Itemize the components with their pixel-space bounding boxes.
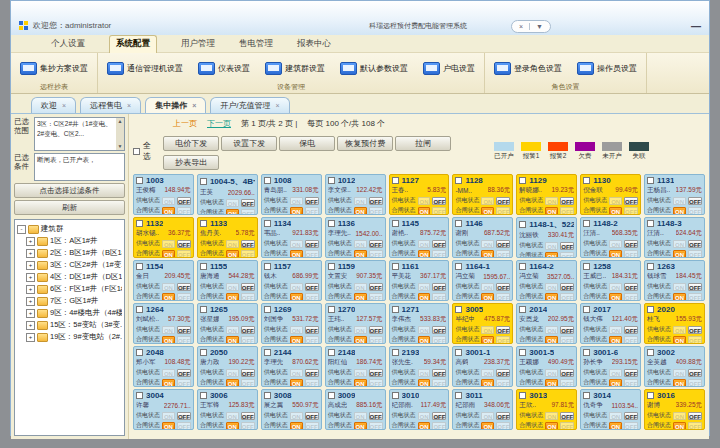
scroll-down-icon[interactable]: ▼ <box>118 143 123 151</box>
expand-icon[interactable]: + <box>26 309 35 318</box>
supply-off-button[interactable]: OFF <box>560 197 574 205</box>
switch-on-button[interactable]: ON <box>673 250 686 258</box>
switch-on-button[interactable]: ON <box>162 379 175 387</box>
room-checkbox[interactable] <box>392 349 399 356</box>
close-icon[interactable]: × <box>62 102 66 109</box>
minimize-button[interactable]: — <box>691 21 701 32</box>
room-checkbox[interactable] <box>328 349 335 356</box>
switch-on-button[interactable]: ON <box>481 207 494 215</box>
switch-off-button[interactable]: OFF <box>560 336 574 344</box>
switch-off-button[interactable]: OFF <box>241 379 255 387</box>
toolbar-button[interactable]: 拉闸 <box>395 136 451 151</box>
room-checkbox[interactable] <box>392 306 399 313</box>
switch-on-button[interactable]: ON <box>609 422 622 430</box>
switch-off-button[interactable]: OFF <box>496 336 510 344</box>
switch-on-button[interactable]: ON <box>418 250 431 258</box>
switch-on-button[interactable]: ON <box>673 336 686 344</box>
switch-on-button[interactable]: ON <box>609 379 622 387</box>
supply-off-button[interactable]: OFF <box>496 240 510 248</box>
supply-off-button[interactable]: OFF <box>432 197 446 205</box>
switch-on-button[interactable]: ON <box>609 336 622 344</box>
switch-on-button[interactable]: ON <box>226 336 239 344</box>
room-checkbox[interactable] <box>200 178 207 185</box>
prev-page-link[interactable]: 上一页 <box>173 118 197 129</box>
filter-button[interactable]: 点击选择过滤条件 <box>14 183 125 198</box>
supply-on-button[interactable]: ON <box>673 369 686 377</box>
room-checkbox[interactable] <box>136 220 143 227</box>
switch-on-button[interactable]: ON <box>673 379 686 387</box>
supply-off-button[interactable]: OFF <box>432 412 446 420</box>
expand-icon[interactable]: + <box>26 321 35 330</box>
supply-off-button[interactable]: OFF <box>624 240 638 248</box>
switch-on-button[interactable]: ON <box>418 293 431 301</box>
room-checkbox[interactable] <box>392 177 399 184</box>
switch-off-button[interactable]: OFF <box>432 422 446 430</box>
room-card[interactable]: 1012李文保..122.42元供电状态ONOFF合闸状态ONOFF <box>325 174 386 215</box>
room-checkbox[interactable] <box>647 220 654 227</box>
supply-off-button[interactable]: OFF <box>241 199 255 207</box>
toolbar-button[interactable]: 恢复预付费 <box>337 136 393 151</box>
supply-on-button[interactable]: ON <box>162 197 175 205</box>
tree-node[interactable]: +4区：D区1#井（D区1... <box>26 272 122 282</box>
room-checkbox[interactable] <box>583 392 590 399</box>
supply-off-button[interactable]: OFF <box>432 326 446 334</box>
supply-off-button[interactable]: OFF <box>241 326 255 334</box>
room-card[interactable]: 1161平美花367.17元供电状态ONOFF合闸状态ONOFF <box>389 260 450 301</box>
switch-off-button[interactable]: OFF <box>624 336 638 344</box>
switch-off-button[interactable]: OFF <box>688 207 702 215</box>
supply-on-button[interactable]: ON <box>162 369 175 377</box>
supply-on-button[interactable]: ON <box>418 197 431 205</box>
switch-off-button[interactable]: OFF <box>496 293 510 301</box>
room-card[interactable]: 1164-2冯立菊3527.05..供电状态ONOFF合闸状态ONOFF <box>516 260 577 301</box>
switch-off-button[interactable]: OFF <box>369 250 383 258</box>
supply-off-button[interactable]: OFF <box>432 240 446 248</box>
tree-root[interactable]: -建筑群 <box>17 224 122 234</box>
switch-off-button[interactable]: OFF <box>688 250 702 258</box>
room-card[interactable]: 1270王玮..127.57元供电状态ONOFF合闸状态ONOFF <box>325 303 386 344</box>
switch-on-button[interactable]: ON <box>545 207 558 215</box>
room-card[interactable]: 1263钱球雪184.45元供电状态ONOFF合闸状态ONOFF <box>644 260 705 301</box>
switch-off-button[interactable]: OFF <box>560 207 574 215</box>
switch-on-button[interactable]: ON <box>226 379 239 387</box>
switch-off-button[interactable]: OFF <box>241 209 255 216</box>
supply-off-button[interactable]: OFF <box>560 283 574 291</box>
room-card[interactable]: 2020桂飞155.93元供电状态ONOFF合闸状态ONOFF <box>644 303 705 344</box>
switch-off-button[interactable]: OFF <box>241 336 255 344</box>
supply-on-button[interactable]: ON <box>545 242 558 250</box>
supply-on-button[interactable]: ON <box>290 412 303 420</box>
room-card[interactable]: 1264刘斌松..57.30元供电状态ONOFF合闸状态ONOFF <box>133 303 194 344</box>
room-card[interactable]: 3016谢博339.25元供电状态ONOFF合闸状态ONOFF <box>644 389 705 430</box>
supply-on-button[interactable]: ON <box>418 326 431 334</box>
room-checkbox[interactable] <box>647 349 654 356</box>
room-checkbox[interactable] <box>519 221 526 228</box>
supply-off-button[interactable]: OFF <box>624 326 638 334</box>
room-checkbox[interactable] <box>392 392 399 399</box>
close-icon[interactable]: × <box>192 102 196 109</box>
expand-icon[interactable]: + <box>26 285 35 294</box>
room-card[interactable]: 1127王春..5.83元供电状态ONOFF合闸状态ONOFF <box>389 174 450 215</box>
supply-off-button[interactable]: OFF <box>624 197 638 205</box>
switch-off-button[interactable]: OFF <box>624 207 638 215</box>
supply-on-button[interactable]: ON <box>545 412 558 420</box>
switch-off-button[interactable]: OFF <box>305 250 319 258</box>
switch-off-button[interactable]: OFF <box>432 379 446 387</box>
supply-off-button[interactable]: OFF <box>369 326 383 334</box>
room-card[interactable]: 1164-1冯立菊1595.67..供电状态ONOFF合闸状态ONOFF <box>452 260 513 301</box>
supply-on-button[interactable]: ON <box>354 412 367 420</box>
toolbar-button[interactable]: 设置下发 <box>221 136 277 151</box>
switch-on-button[interactable]: ON <box>354 422 367 430</box>
switch-on-button[interactable]: ON <box>481 422 494 430</box>
room-card[interactable]: 1133焦丹美.5.78元供电状态ONOFF合闸状态ONOFF <box>197 217 258 258</box>
menu-item[interactable]: 系统配置 <box>109 35 157 53</box>
supply-on-button[interactable]: ON <box>290 326 303 334</box>
room-card[interactable]: 3004许馨2276.71..供电状态ONOFF合闸状态ONOFF <box>133 389 194 430</box>
tree-node[interactable]: +6区：F区1#井（F区1#... <box>26 284 122 294</box>
supply-on-button[interactable]: ON <box>545 326 558 334</box>
supply-off-button[interactable]: OFF <box>305 412 319 420</box>
ribbon-button[interactable]: 仪表设置 <box>198 62 250 75</box>
switch-on-button[interactable]: ON <box>545 252 558 259</box>
switch-on-button[interactable]: ON <box>673 207 686 215</box>
switch-off-button[interactable]: OFF <box>369 422 383 430</box>
switch-off-button[interactable]: OFF <box>305 336 319 344</box>
switch-off-button[interactable]: OFF <box>432 336 446 344</box>
